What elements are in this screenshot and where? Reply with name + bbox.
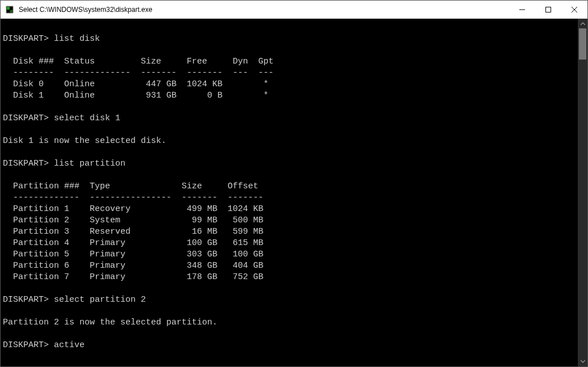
scroll-track[interactable] <box>578 28 587 357</box>
scroll-up-arrow[interactable] <box>578 19 587 28</box>
svg-rect-1 <box>7 7 10 10</box>
titlebar[interactable]: Select C:\WINDOWS\system32\diskpart.exe <box>1 1 587 19</box>
window-controls <box>509 1 587 18</box>
console-window: Select C:\WINDOWS\system32\diskpart.exe … <box>0 0 588 367</box>
scroll-thumb[interactable] <box>579 28 586 60</box>
vertical-scrollbar[interactable] <box>578 19 587 366</box>
scroll-down-arrow[interactable] <box>578 357 587 366</box>
close-button[interactable] <box>561 1 587 18</box>
console-output[interactable]: DISKPART> list disk Disk ### Status Size… <box>1 19 578 366</box>
svg-rect-2 <box>10 10 13 12</box>
svg-rect-4 <box>546 7 551 12</box>
console-body: DISKPART> list disk Disk ### Status Size… <box>1 19 587 366</box>
minimize-button[interactable] <box>509 1 535 18</box>
maximize-button[interactable] <box>535 1 561 18</box>
app-icon <box>5 5 14 14</box>
window-title: Select C:\WINDOWS\system32\diskpart.exe <box>19 6 509 14</box>
